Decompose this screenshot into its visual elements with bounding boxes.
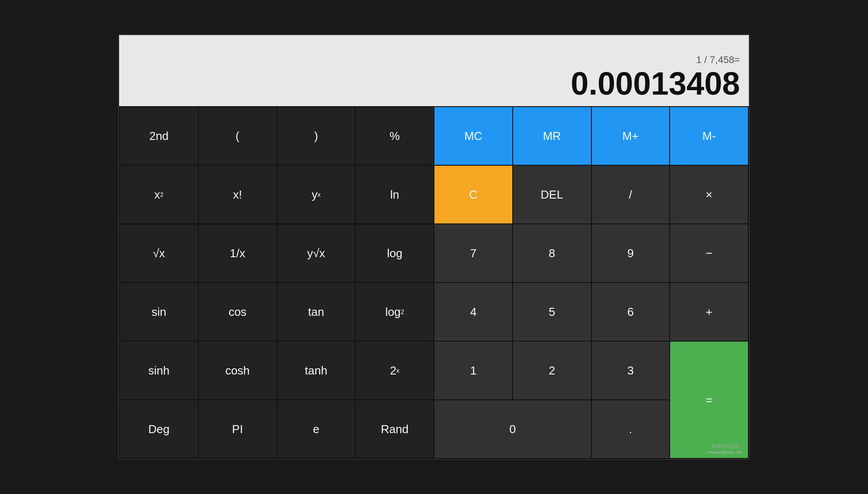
btn-3[interactable]: 3 bbox=[592, 342, 670, 399]
btn-add[interactable]: + bbox=[670, 283, 748, 341]
btn-equals[interactable]: = SOFTPEDIAwww.softpedia.com bbox=[670, 342, 748, 458]
btn-0[interactable]: 0 bbox=[434, 400, 591, 458]
btn-mr[interactable]: MR bbox=[513, 107, 591, 165]
display-history: 1 / 7,458= bbox=[128, 54, 740, 66]
btn-deg[interactable]: Deg bbox=[120, 400, 198, 458]
display-main: 0.00013408 bbox=[128, 68, 740, 100]
btn-log[interactable]: log bbox=[356, 224, 434, 282]
display-area: 1 / 7,458= 0.00013408 bbox=[119, 35, 749, 106]
btn-percent[interactable]: % bbox=[356, 107, 434, 165]
btn-rand[interactable]: Rand bbox=[356, 400, 434, 458]
btn-mplus[interactable]: M+ bbox=[592, 107, 670, 165]
btn-subtract[interactable]: − bbox=[670, 224, 748, 282]
btn-2[interactable]: 2 bbox=[513, 342, 591, 399]
btn-decimal[interactable]: . bbox=[592, 400, 670, 458]
btn-x2[interactable]: x2 bbox=[120, 166, 198, 223]
btn-reciprocal[interactable]: 1/x bbox=[199, 224, 277, 282]
btn-cos[interactable]: cos bbox=[199, 283, 277, 341]
btn-tan[interactable]: tan bbox=[277, 283, 355, 341]
btn-1[interactable]: 1 bbox=[434, 342, 512, 399]
btn-ysqrt[interactable]: y√x bbox=[277, 224, 355, 282]
btn-clear[interactable]: C bbox=[434, 166, 512, 223]
btn-multiply[interactable]: × bbox=[670, 166, 748, 223]
btn-6[interactable]: 6 bbox=[592, 283, 670, 341]
btn-8[interactable]: 8 bbox=[513, 224, 591, 282]
btn-sinh[interactable]: sinh bbox=[120, 342, 198, 399]
btn-pi[interactable]: PI bbox=[199, 400, 277, 458]
btn-e[interactable]: e bbox=[277, 400, 355, 458]
btn-sqrt[interactable]: √x bbox=[120, 224, 198, 282]
btn-del[interactable]: DEL bbox=[513, 166, 591, 223]
btn-4[interactable]: 4 bbox=[434, 283, 512, 341]
btn-7[interactable]: 7 bbox=[434, 224, 512, 282]
btn-close-paren[interactable]: ) bbox=[277, 107, 355, 165]
btn-xfact[interactable]: x! bbox=[199, 166, 277, 223]
btn-tanh[interactable]: tanh bbox=[277, 342, 355, 399]
btn-cosh[interactable]: cosh bbox=[199, 342, 277, 399]
watermark: SOFTPEDIAwww.softpedia.com bbox=[708, 444, 743, 454]
btn-sin[interactable]: sin bbox=[120, 283, 198, 341]
btn-mminus[interactable]: M- bbox=[670, 107, 748, 165]
btn-yx[interactable]: yx bbox=[277, 166, 355, 223]
btn-mc[interactable]: MC bbox=[434, 107, 512, 165]
btn-open-paren[interactable]: ( bbox=[199, 107, 277, 165]
btn-ln[interactable]: ln bbox=[356, 166, 434, 223]
btn-9[interactable]: 9 bbox=[592, 224, 670, 282]
btn-log2[interactable]: log2 bbox=[356, 283, 434, 341]
button-grid: 2nd ( ) % MC MR M+ M- x2 x! yx ln C DEL … bbox=[119, 106, 749, 459]
btn-divide[interactable]: / bbox=[592, 166, 670, 223]
btn-5[interactable]: 5 bbox=[513, 283, 591, 341]
btn-2x[interactable]: 2x bbox=[356, 342, 434, 399]
btn-2nd[interactable]: 2nd bbox=[120, 107, 198, 165]
calculator: 1 / 7,458= 0.00013408 2nd ( ) % MC MR M+… bbox=[118, 34, 750, 460]
